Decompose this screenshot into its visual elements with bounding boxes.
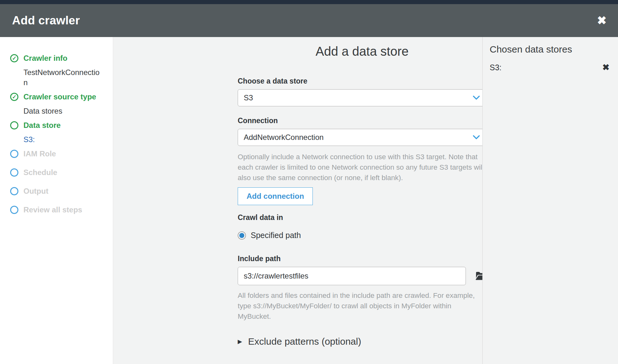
step-pending-icon	[10, 168, 18, 177]
crawl-data-in-label: Crawl data in	[238, 213, 486, 222]
exclude-patterns-toggle[interactable]: ▶ Exclude patterns (optional)	[238, 336, 486, 347]
chosen-item-label: S3:	[490, 63, 502, 72]
step-pending-icon	[10, 206, 18, 214]
chevron-down-icon	[473, 135, 480, 140]
connection-selected-value: AddNetworkConnection	[244, 133, 324, 142]
main-content: Add a data store Choose a data store S3 …	[113, 37, 482, 364]
step-sub-crawler-name: TestNetworkConnection	[10, 67, 100, 88]
step-label: Crawler info	[23, 54, 68, 63]
add-connection-button[interactable]: Add connection	[238, 187, 313, 205]
include-path-input[interactable]	[238, 267, 466, 285]
check-icon: ✓	[12, 56, 16, 61]
step-sub-data-stores: Data stores	[10, 106, 100, 116]
chosen-panel-title: Chosen data stores	[490, 44, 609, 55]
sidebar-item-output[interactable]: Output	[10, 186, 113, 197]
browser-top-strip	[0, 0, 618, 4]
sidebar-item-crawler-info[interactable]: ✓ Crawler info	[10, 53, 113, 64]
chosen-data-store-item: S3: ✖	[490, 63, 609, 72]
sidebar-item-crawler-source-type[interactable]: ✓ Crawler source type	[10, 91, 113, 102]
form-title: Add a data store	[238, 44, 486, 59]
step-complete-icon: ✓	[10, 93, 18, 101]
page-title: Add crawler	[12, 14, 80, 27]
connection-label: Connection	[238, 116, 486, 125]
step-label: Output	[23, 187, 48, 196]
radio-label: Specified path	[251, 231, 301, 240]
radio-dot	[239, 233, 244, 238]
step-current-icon	[10, 121, 18, 129]
connection-select[interactable]: AddNetworkConnection	[238, 129, 486, 146]
step-pending-icon	[10, 150, 18, 158]
step-complete-icon: ✓	[10, 54, 18, 62]
data-store-selected-value: S3	[244, 93, 253, 102]
wizard-steps: ✓ Crawler info TestNetworkConnection ✓ C…	[0, 37, 113, 215]
sidebar-item-review-all-steps[interactable]: Review all steps	[10, 204, 113, 215]
wizard-sidebar: ✓ Crawler info TestNetworkConnection ✓ C…	[0, 37, 113, 364]
step-sub-s3: S3:	[10, 135, 100, 145]
step-label: Crawler source type	[23, 92, 96, 101]
connection-help-text: Optionally include a Network connection …	[238, 152, 486, 183]
check-icon: ✓	[12, 94, 16, 100]
remove-data-store-icon[interactable]: ✖	[602, 63, 609, 72]
include-path-label: Include path	[238, 254, 486, 263]
include-path-row	[238, 267, 486, 285]
form-column: Add a data store Choose a data store S3 …	[238, 44, 486, 364]
triangle-right-icon: ▶	[238, 338, 242, 345]
close-icon[interactable]: ✖	[597, 15, 607, 26]
chosen-data-stores-panel: Chosen data stores S3: ✖	[482, 37, 618, 364]
exclude-patterns-label: Exclude patterns (optional)	[248, 336, 361, 347]
chevron-down-icon	[473, 96, 480, 100]
sidebar-item-schedule[interactable]: Schedule	[10, 167, 113, 178]
specified-path-radio[interactable]: Specified path	[238, 231, 486, 240]
step-label: Schedule	[23, 168, 57, 177]
step-label: Review all steps	[23, 205, 82, 214]
step-label: Data store	[23, 121, 61, 130]
data-store-label: Choose a data store	[238, 77, 486, 85]
sidebar-item-data-store[interactable]: Data store	[10, 120, 113, 131]
radio-selected-icon	[238, 231, 246, 240]
sidebar-item-iam-role[interactable]: IAM Role	[10, 148, 113, 159]
include-path-help-text: All folders and files contained in the i…	[238, 290, 486, 322]
data-store-select[interactable]: S3	[238, 89, 486, 106]
step-label: IAM Role	[23, 149, 56, 158]
modal-header: Add crawler ✖	[0, 4, 618, 37]
step-pending-icon	[10, 187, 18, 195]
modal-body: ✓ Crawler info TestNetworkConnection ✓ C…	[0, 37, 618, 364]
